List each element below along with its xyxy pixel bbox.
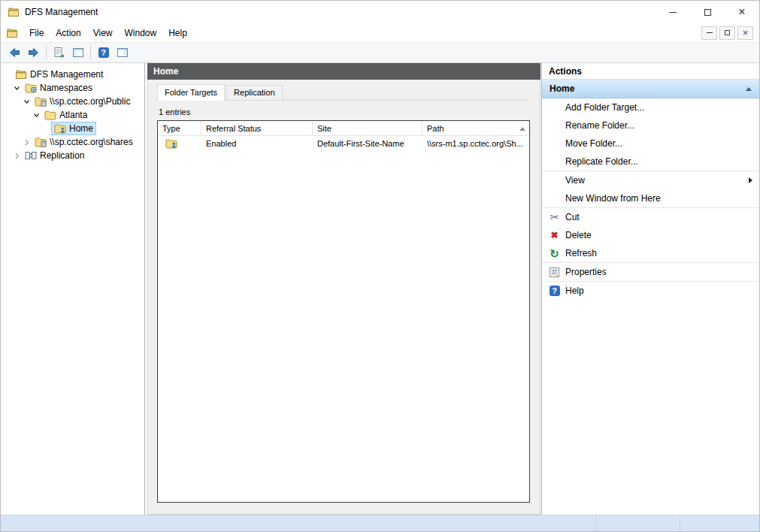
console-tree: DFS ManagementNamespaces\\sp.cctec.org\P… bbox=[1, 63, 145, 515]
folder-target-icon bbox=[54, 123, 66, 134]
show-console-tree-button[interactable] bbox=[68, 44, 87, 62]
mdi-restore-icon bbox=[725, 30, 730, 35]
tree-item-label: Namespaces bbox=[40, 83, 92, 93]
icon-spacer bbox=[548, 156, 561, 168]
close-button[interactable]: × bbox=[725, 1, 759, 23]
tree-item-label: \\sp.cctec.org\Public bbox=[50, 96, 130, 107]
status-bar bbox=[1, 515, 759, 531]
tree-item-atlanta[interactable]: Atlanta bbox=[1, 108, 144, 122]
action-replicate-folder[interactable]: Replicate Folder... bbox=[542, 153, 759, 171]
action-item-label: Replicate Folder... bbox=[565, 156, 638, 167]
action-item-label: Help bbox=[565, 286, 584, 296]
back-icon bbox=[8, 47, 21, 59]
tree-item-content: \\sp.cctec.org\shares bbox=[32, 135, 136, 149]
menu-item-window[interactable]: Window bbox=[119, 24, 163, 42]
details-header: Home bbox=[147, 63, 540, 80]
forward-button[interactable] bbox=[24, 44, 43, 62]
window-title: DFS Management bbox=[25, 7, 98, 17]
tab-folder-targets[interactable]: Folder Targets bbox=[157, 84, 225, 101]
tree-item-content: Home bbox=[51, 122, 96, 135]
maximize-button[interactable] bbox=[690, 1, 725, 23]
tree-item-sp-cctec-org-shares[interactable]: \\sp.cctec.org\shares bbox=[1, 135, 144, 149]
tree-item-dfs-management[interactable]: DFS Management bbox=[1, 68, 144, 81]
mdi-close-icon: × bbox=[743, 28, 749, 38]
forward-icon bbox=[27, 47, 40, 59]
action-item-label: Rename Folder... bbox=[565, 120, 634, 131]
console-icon bbox=[6, 28, 18, 38]
column-label: Site bbox=[317, 124, 332, 133]
chevron-down-icon[interactable] bbox=[12, 85, 22, 92]
tree-item-label: Replication bbox=[40, 150, 84, 161]
title-bar: DFS Management × bbox=[1, 1, 759, 23]
tab-strip: Folder TargetsReplication bbox=[157, 84, 530, 101]
action-delete[interactable]: ✖Delete bbox=[542, 226, 759, 244]
action-item-label: Cut bbox=[565, 212, 580, 222]
action-item-label: New Window from Here bbox=[565, 193, 661, 204]
help-button[interactable]: ? bbox=[94, 44, 113, 62]
tree-item-label: Home bbox=[69, 123, 93, 134]
actions-section-header[interactable]: Home bbox=[542, 80, 759, 98]
mdi-close-button[interactable]: × bbox=[737, 26, 753, 40]
actions-section-label: Home bbox=[550, 83, 574, 94]
folder-icon bbox=[44, 110, 56, 120]
help-icon: ? bbox=[548, 285, 561, 297]
minimize-button[interactable] bbox=[656, 1, 690, 23]
menu-item-help[interactable]: Help bbox=[162, 24, 193, 42]
action-help[interactable]: ?Help bbox=[542, 282, 759, 300]
path-cell: \\srs-m1.sp.cctec.org\Sh... bbox=[422, 139, 529, 148]
export-list-icon bbox=[53, 47, 65, 59]
actions-list: Add Folder Target...Rename Folder...Move… bbox=[542, 98, 759, 300]
chevron-down-icon[interactable] bbox=[32, 112, 41, 119]
tree-item-content: Atlanta bbox=[41, 108, 90, 122]
delete-icon: ✖ bbox=[548, 229, 561, 241]
column-header-site[interactable]: Site bbox=[313, 121, 422, 135]
action-cut[interactable]: ✂Cut bbox=[542, 208, 759, 226]
action-move-folder[interactable]: Move Folder... bbox=[542, 135, 759, 153]
tree-item-home[interactable]: Home bbox=[1, 122, 144, 135]
actions-pane-title: Actions bbox=[542, 63, 759, 80]
tree-item-content: Namespaces bbox=[22, 81, 95, 95]
type-cell bbox=[158, 138, 201, 149]
mdi-window-controls: × bbox=[701, 26, 756, 40]
list-body: EnabledDefault-First-Site-Name\\srs-m1.s… bbox=[158, 136, 529, 502]
action-add-folder-target[interactable]: Add Folder Target... bbox=[542, 98, 759, 116]
back-button[interactable] bbox=[5, 44, 24, 62]
column-header-type[interactable]: Type bbox=[158, 121, 201, 135]
column-header-referral-status[interactable]: Referral Status bbox=[201, 121, 313, 135]
tree-item-content: DFS Management bbox=[12, 68, 106, 81]
menu-item-action[interactable]: Action bbox=[50, 24, 86, 42]
export-list-button[interactable] bbox=[50, 44, 68, 62]
tree-item-sp-cctec-org-public[interactable]: \\sp.cctec.org\Public bbox=[1, 95, 144, 108]
column-label: Path bbox=[427, 124, 444, 133]
tree-item-replication[interactable]: Replication bbox=[1, 149, 144, 162]
action-item-label: Delete bbox=[565, 230, 592, 240]
chevron-down-icon[interactable] bbox=[22, 98, 32, 105]
menu-item-file[interactable]: File bbox=[23, 24, 50, 42]
table-row[interactable]: EnabledDefault-First-Site-Name\\srs-m1.s… bbox=[158, 136, 529, 150]
details-header-title: Home bbox=[153, 66, 178, 77]
mdi-restore-button[interactable] bbox=[719, 26, 735, 40]
action-refresh[interactable]: ↻Refresh bbox=[542, 244, 759, 262]
sort-ascending-icon bbox=[519, 127, 525, 131]
namespace-icon bbox=[35, 137, 47, 147]
cut-icon: ✂ bbox=[548, 211, 561, 223]
action-view[interactable]: View bbox=[542, 171, 759, 189]
tab-replication[interactable]: Replication bbox=[226, 85, 282, 100]
collapse-section-icon bbox=[746, 87, 752, 91]
chevron-right-icon[interactable] bbox=[12, 153, 22, 159]
show-action-pane-button[interactable] bbox=[113, 44, 132, 62]
action-rename-folder[interactable]: Rename Folder... bbox=[542, 116, 759, 135]
chevron-right-icon[interactable] bbox=[22, 139, 32, 146]
tree-item-label: \\sp.cctec.org\shares bbox=[50, 137, 133, 147]
column-header-path[interactable]: Path bbox=[422, 121, 529, 135]
mdi-minimize-button[interactable] bbox=[701, 26, 717, 40]
action-new-window-from-here[interactable]: New Window from Here bbox=[542, 189, 759, 207]
menu-item-view[interactable]: View bbox=[87, 24, 119, 42]
action-properties[interactable]: Properties bbox=[542, 263, 759, 281]
refresh-icon: ↻ bbox=[548, 247, 561, 259]
replication-icon bbox=[25, 150, 37, 161]
action-item-label: Add Folder Target... bbox=[565, 102, 644, 113]
close-icon: × bbox=[738, 6, 745, 18]
tree-item-namespaces[interactable]: Namespaces bbox=[1, 81, 144, 95]
action-item-label: Properties bbox=[565, 267, 607, 277]
